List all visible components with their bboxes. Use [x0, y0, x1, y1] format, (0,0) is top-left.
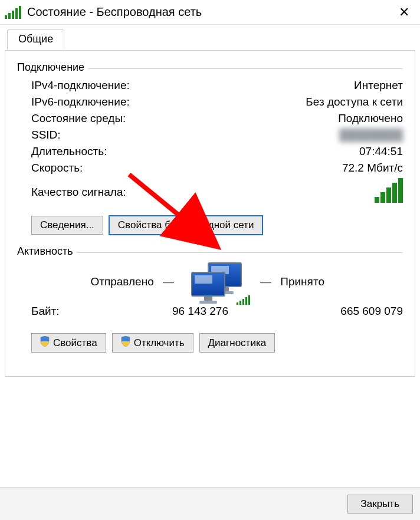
ipv6-label: IPv6-подключение:: [31, 96, 130, 108]
signal-bars-icon: [237, 295, 250, 305]
ssid-value: ████████: [339, 129, 403, 141]
diagnose-button[interactable]: Диагностика: [199, 333, 275, 353]
duration-value: 07:44:51: [359, 145, 403, 158]
titlebar: Состояние - Беспроводная сеть ✕: [0, 0, 420, 25]
group-activity-label: Активность: [17, 245, 77, 258]
received-label: Принято: [280, 275, 324, 288]
group-connection: Подключение IPv4-подключение:Интернет IP…: [17, 61, 403, 235]
close-dialog-button[interactable]: Закрыть: [347, 495, 413, 514]
window-title: Состояние - Беспроводная сеть: [27, 5, 394, 19]
signal-quality-value: [375, 178, 403, 206]
ipv4-value: Интернет: [354, 79, 403, 92]
tab-strip: Общие: [5, 29, 415, 51]
shield-icon: [121, 336, 130, 350]
signal-bars-icon: [375, 178, 403, 203]
signal-quality-label: Качество сигнала:: [31, 186, 126, 199]
bytes-received-value: 665 609 079: [255, 305, 403, 318]
bytes-sent-value: 96 143 276: [84, 305, 232, 318]
ipv4-label: IPv4-подключение:: [31, 79, 130, 92]
speed-label: Скорость:: [31, 162, 83, 175]
tab-general[interactable]: Общие: [7, 29, 64, 50]
group-connection-label: Подключение: [17, 61, 88, 74]
sent-label: Отправлено: [90, 275, 153, 288]
ssid-label: SSID:: [31, 129, 61, 141]
wireless-properties-button[interactable]: Свойства беспроводной сети: [109, 216, 263, 235]
shield-icon: [40, 336, 50, 350]
media-state-value: Подключено: [338, 112, 403, 125]
signal-bars-icon: [5, 6, 21, 19]
media-state-label: Состояние среды:: [31, 112, 126, 125]
group-activity: Активность Отправлено —: [17, 245, 403, 353]
close-button[interactable]: ✕: [394, 6, 414, 19]
ipv6-value: Без доступа к сети: [306, 96, 403, 108]
disable-button[interactable]: Отключить: [112, 333, 193, 353]
panel-general: Подключение IPv4-подключение:Интернет IP…: [5, 50, 415, 377]
network-computers-icon: [188, 262, 247, 301]
bytes-label: Байт:: [31, 305, 84, 318]
properties-button[interactable]: Свойства: [31, 333, 106, 353]
details-button[interactable]: Сведения...: [31, 216, 103, 235]
footer: Закрыть: [0, 487, 420, 520]
speed-value: 72.2 Мбит/с: [342, 162, 403, 175]
duration-label: Длительность:: [31, 145, 107, 158]
